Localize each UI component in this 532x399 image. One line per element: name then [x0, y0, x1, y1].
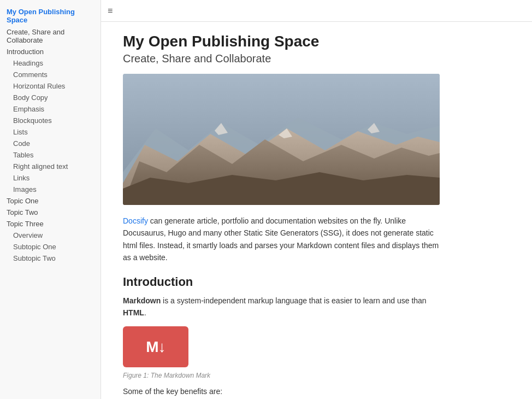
benefits-intro: Some of the key benefits are: [123, 387, 510, 396]
topbar: ≡ [101, 0, 532, 22]
intro-description: Markdown is a system-independent markup … [123, 295, 440, 319]
menu-icon[interactable]: ≡ [108, 6, 113, 16]
sidebar-item-topic-one[interactable]: Topic One [0, 195, 101, 207]
sidebar-item-subtopic-two[interactable]: Subtopic Two [0, 253, 101, 264]
sidebar-item-topic-three[interactable]: Topic Three [0, 218, 101, 230]
sidebar-item-introduction[interactable]: Introduction [0, 46, 101, 57]
sidebar-item-blockquotes[interactable]: Blockquotes [0, 115, 101, 126]
docsify-link[interactable]: Docsify [123, 216, 148, 225]
sidebar-item-tables[interactable]: Tables [0, 149, 101, 161]
sidebar-top-link[interactable]: Create, Share and Collaborate [0, 26, 101, 46]
sidebar-item-topic-two[interactable]: Topic Two [0, 207, 101, 218]
main-area: ≡ My Open Publishing Space Create, Share… [101, 0, 532, 399]
sidebar-item-code[interactable]: Code [0, 138, 101, 149]
sidebar-item-right-aligned-text[interactable]: Right aligned text [0, 161, 101, 172]
sidebar-item-lists[interactable]: Lists [0, 126, 101, 138]
markdown-logo-text: M↓ [146, 338, 165, 356]
sidebar-item-horizontal-rules[interactable]: Horizontal Rules [0, 80, 101, 92]
content-area: My Open Publishing Space Create, Share a… [101, 22, 532, 399]
introduction-heading: Introduction [123, 275, 510, 289]
markdown-bold: Markdown [123, 296, 161, 305]
sidebar-item-emphasis[interactable]: Emphasis [0, 103, 101, 115]
page-subtitle: Create, Share and Collaborate [123, 52, 510, 65]
sidebar-site-title[interactable]: My Open Publishing Space [0, 4, 101, 26]
figure-caption: Figure 1: The Markdown Mark [123, 372, 510, 379]
html-bold: HTML [123, 308, 144, 317]
sidebar: My Open Publishing Space Create, Share a… [0, 0, 101, 399]
hero-image [123, 74, 440, 205]
page-title: My Open Publishing Space [123, 33, 510, 50]
sidebar-item-comments[interactable]: Comments [0, 69, 101, 80]
sidebar-item-subtopic-one[interactable]: Subtopic One [0, 241, 101, 253]
sidebar-item-overview[interactable]: Overview [0, 230, 101, 241]
sidebar-item-body-copy[interactable]: Body Copy [0, 92, 101, 103]
sidebar-item-headings[interactable]: Headings [0, 57, 101, 69]
sidebar-item-images[interactable]: Images [0, 184, 101, 195]
markdown-logo: M↓ [123, 326, 188, 367]
sidebar-item-links[interactable]: Links [0, 172, 101, 184]
intro-paragraph: Docsify can generate article, portfolio … [123, 215, 440, 264]
